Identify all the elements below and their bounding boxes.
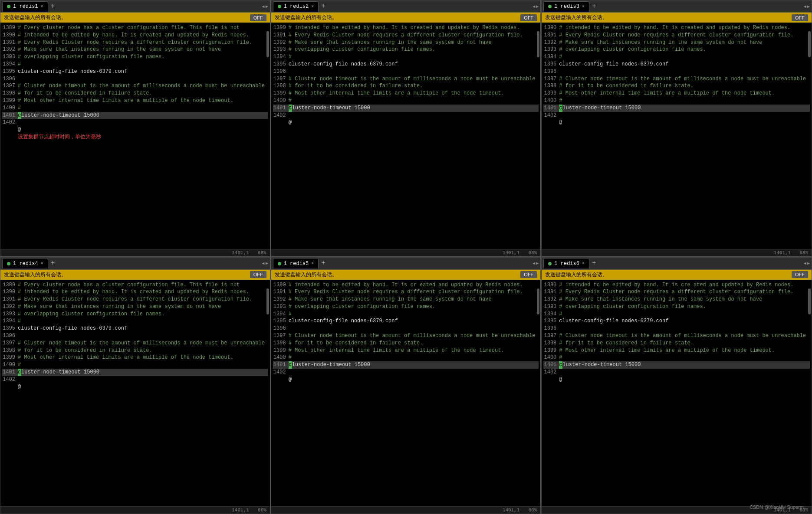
broadcast-text: 发送键盘输入的所有会话。 (275, 271, 337, 278)
editor-area[interactable]: 1390# intended to be edited by hand. It … (542, 280, 812, 507)
off-button[interactable]: OFF (250, 271, 266, 278)
panel-redis1: 1 redis1×+◀▶发送键盘输入的所有会话。OFF1389# Every c… (0, 0, 271, 257)
editor-area[interactable]: 1390# intended to be edited by hand. It … (271, 23, 541, 249)
tab-redis5[interactable]: 1 redis5× (273, 258, 319, 268)
off-button[interactable]: OFF (250, 14, 266, 21)
tab-next-icon[interactable]: ▶ (807, 261, 810, 266)
editor-line: 1402 (273, 369, 539, 376)
line-number: 1393 (2, 311, 18, 318)
off-button[interactable]: OFF (520, 271, 537, 278)
text-cursor: c (289, 105, 292, 112)
tab-next-icon[interactable]: ▶ (266, 4, 268, 9)
editor-line: 1401cluster-node-timeout 15000 (273, 361, 539, 369)
editor-area[interactable]: 1390# intended to be edited by hand. It … (271, 280, 541, 507)
line-number: 1390 (273, 282, 289, 289)
line-number: 1399 (273, 347, 289, 354)
text-cursor: c (18, 369, 21, 376)
tab-add-button[interactable]: + (589, 3, 599, 10)
editor-area[interactable]: 1390# intended to be edited by hand. It … (542, 23, 812, 249)
tab-add-button[interactable]: + (319, 3, 328, 10)
cursor-position: 1401,1 (503, 250, 520, 255)
tab-prev-icon[interactable]: ◀ (804, 261, 806, 266)
editor-line: 1399# Most other internal time limits ar… (543, 90, 810, 97)
tab-add-button[interactable]: + (319, 259, 328, 267)
off-button[interactable]: OFF (520, 14, 537, 21)
scroll-indicator[interactable] (808, 288, 811, 314)
line-number: 1391 (273, 288, 289, 296)
tab-nav: ◀▶ (262, 4, 268, 9)
tab-close-icon[interactable]: × (311, 261, 314, 266)
tab-label: 1 redis3 (554, 3, 579, 10)
line-number: 1397 (273, 332, 289, 340)
line-number: 1397 (2, 340, 18, 347)
editor-line: 1398# for it to be considered in failure… (273, 82, 539, 90)
tab-add-button[interactable]: + (589, 259, 599, 267)
editor-area[interactable]: 1389# Every cluster node has a cluster c… (0, 23, 270, 249)
line-number: 1399 (543, 90, 559, 97)
scroll-indicator[interactable] (808, 31, 811, 57)
line-content: # (559, 97, 562, 105)
at-sign: @ (18, 126, 21, 134)
tab-next-icon[interactable]: ▶ (266, 261, 268, 266)
line-content: # for it to be considered in failure sta… (18, 90, 152, 97)
tab-redis1[interactable]: 1 redis1× (2, 1, 48, 12)
line-number: 1394 (543, 53, 559, 61)
editor-line: 1389# Every cluster node has a cluster c… (2, 24, 268, 32)
tab-next-icon[interactable]: ▶ (536, 261, 539, 266)
tab-close-icon[interactable]: × (41, 4, 43, 9)
panels-grid: 1 redis1×+◀▶发送键盘输入的所有会话。OFF1389# Every c… (0, 0, 812, 514)
tab-prev-icon[interactable]: ◀ (262, 4, 265, 9)
tab-prev-icon[interactable]: ◀ (262, 261, 265, 266)
line-content: # Most other internal time limits are a … (559, 347, 775, 354)
panel-redis5: 1 redis5×+◀▶发送键盘输入的所有会话。OFF1390# intende… (271, 257, 542, 514)
editor-area[interactable]: 1389# Every cluster node has a cluster c… (0, 280, 270, 507)
tab-prev-icon[interactable]: ◀ (804, 4, 806, 9)
line-number: 1402 (2, 376, 18, 383)
tab-prev-icon[interactable]: ◀ (533, 261, 535, 266)
panel-redis3: 1 redis3×+◀▶发送键盘输入的所有会话。OFF1390# intende… (541, 0, 812, 257)
line-number: 1391 (2, 39, 18, 46)
broadcast-bar: 发送键盘输入的所有会话。OFF (271, 13, 541, 23)
line-number: 1402 (543, 112, 559, 119)
editor-line: 1392# Make sure that instances running i… (273, 296, 539, 303)
line-content: # Cluster node timeout is the amount of … (289, 75, 536, 83)
tab-close-icon[interactable]: × (311, 4, 314, 9)
scroll-indicator[interactable] (537, 31, 539, 57)
broadcast-text: 发送键盘输入的所有会话。 (4, 271, 66, 278)
line-content: # (18, 361, 21, 369)
tab-prev-icon[interactable]: ◀ (533, 4, 535, 9)
cursor-position: 1401,1 (503, 507, 520, 513)
tab-next-icon[interactable]: ▶ (536, 4, 539, 9)
tab-redis4[interactable]: 1 redis4× (2, 258, 48, 268)
line-number: 1394 (2, 318, 18, 325)
line-content: cluster-config-file nodes-6379.conf (559, 61, 668, 68)
line-number (543, 119, 559, 126)
editor-content: 1390# intended to be edited by hand. It … (271, 281, 541, 384)
off-button[interactable]: OFF (792, 271, 808, 278)
tab-add-button[interactable]: + (48, 259, 58, 267)
line-number: 1398 (2, 90, 18, 97)
tab-add-button[interactable]: + (48, 3, 58, 10)
tab-redis6[interactable]: 1 redis6× (543, 258, 589, 268)
tab-close-icon[interactable]: × (582, 4, 585, 9)
editor-line: 1401cluster-node-timeout 15000 (543, 105, 810, 112)
editor-line: 1394# (273, 53, 539, 61)
line-content: # Every cluster node has a cluster confi… (18, 24, 240, 32)
tab-redis2[interactable]: 1 redis2× (273, 1, 319, 12)
tab-close-icon[interactable]: × (582, 261, 585, 266)
editor-line: 1393# overlapping cluster configuration … (273, 303, 539, 311)
scroll-indicator[interactable] (266, 288, 269, 314)
editor-line: 1398# for it to be considered in failure… (2, 347, 268, 354)
tab-redis3[interactable]: 1 redis3× (543, 1, 589, 12)
scroll-indicator[interactable] (266, 31, 269, 57)
scroll-indicator[interactable] (537, 288, 539, 314)
line-number: 1390 (2, 288, 18, 296)
line-content: # overlapping cluster configuration file… (289, 46, 435, 53)
editor-line: 1402 (543, 112, 810, 119)
tab-close-icon[interactable]: × (41, 261, 43, 266)
line-content: # (18, 61, 21, 68)
tab-next-icon[interactable]: ▶ (807, 4, 810, 9)
line-number: 1392 (543, 296, 559, 303)
tab-bar-redis2: 1 redis2×+◀▶ (271, 0, 541, 13)
off-button[interactable]: OFF (792, 14, 808, 21)
